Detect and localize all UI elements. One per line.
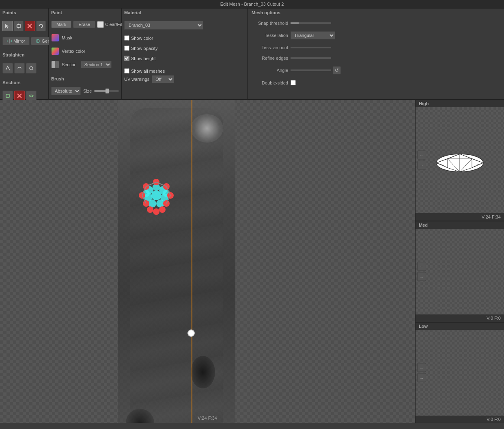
snap-threshold-label: Snap threshold (252, 21, 288, 26)
canvas-stats: V:24 F:34 (198, 416, 217, 420)
move-tool-btn[interactable] (14, 21, 24, 31)
angle-reset-btn[interactable]: ↺ (333, 66, 341, 74)
double-sided-checkbox[interactable] (291, 80, 296, 85)
select-tool-btn[interactable] (2, 21, 13, 31)
brush-label: Brush (51, 76, 119, 81)
show-all-meshes-label: Show all meshes (131, 69, 165, 74)
show-all-meshes-checkbox[interactable] (124, 68, 129, 74)
tess-amount-slider[interactable] (291, 47, 331, 48)
handle-dot[interactable] (187, 329, 195, 337)
svg-marker-11 (10, 40, 12, 42)
lod-low-stats: V:0 F:0 (416, 416, 504, 423)
section-icon (52, 61, 59, 68)
lod-low-next-btn[interactable]: → (417, 373, 426, 382)
material-label: Material (124, 10, 245, 15)
angle-slider[interactable] (291, 69, 331, 71)
svg-rect-1 (17, 24, 20, 28)
lod-med-stats: V:0 F:0 (416, 314, 504, 322)
mesh-sphere (134, 173, 179, 218)
svg-point-14 (30, 67, 33, 70)
show-height-label: Show height (131, 56, 156, 61)
lod-high-label: High (416, 100, 504, 107)
erase-btn[interactable]: Erase (73, 21, 95, 28)
vertex-color-icon (52, 48, 59, 55)
straighten-label: Straighten (2, 52, 46, 57)
refine-edges-slider[interactable] (291, 57, 331, 59)
brush-type-select[interactable]: Absolute Relative (51, 87, 81, 95)
mirror-btn[interactable]: Mirror (2, 37, 30, 45)
paint-label: Paint (51, 10, 119, 15)
show-opacity-checkbox[interactable] (124, 46, 129, 51)
mark-btn[interactable]: Mark (51, 21, 71, 28)
lod-low-preview[interactable]: ← → (416, 330, 504, 416)
clear-fill-btn[interactable]: ⬜ Clear/Fill (97, 21, 123, 28)
svg-point-36 (159, 206, 166, 213)
title-bar: Edit Mesh - Branch_03 Cutout 2 (0, 0, 504, 9)
lod-high-preview[interactable]: ← → (416, 107, 504, 213)
lod-med-label: Med (416, 221, 504, 229)
svg-point-35 (147, 206, 153, 213)
svg-point-37 (153, 208, 159, 215)
lod-med-nav: ← → (417, 262, 426, 281)
lod-med-section: Med ← → V:0 F:0 (416, 221, 504, 323)
mesh-preview-svg (431, 146, 488, 174)
svg-marker-10 (7, 40, 9, 42)
section-label: Section (62, 62, 77, 67)
points-label: Points (2, 10, 46, 15)
refine-edges-label: Refine edges (252, 56, 288, 61)
lod-med-preview[interactable]: ← → (416, 229, 504, 314)
delete-tool-btn[interactable] (25, 21, 35, 31)
svg-marker-0 (5, 24, 9, 28)
lod-med-prev-btn[interactable]: ← (417, 262, 426, 271)
tessellation-label: Tessellation (252, 33, 288, 38)
show-color-checkbox[interactable] (124, 35, 129, 41)
section-dropdown[interactable]: Section 1 Section 2 (81, 61, 112, 68)
material-dropdown[interactable]: Branch_03 (124, 21, 203, 30)
show-color-label: Show color (131, 36, 153, 41)
size-slider[interactable] (94, 90, 119, 92)
lod-low-prev-btn[interactable]: ← (417, 363, 426, 372)
double-sided-label: Double-sided (252, 80, 288, 85)
svg-rect-15 (6, 94, 9, 98)
window-title: Edit Mesh - Branch_03 Cutout 2 (220, 2, 284, 6)
snap-threshold-slider[interactable] (291, 22, 331, 24)
lod-high-prev-btn[interactable]: ← (417, 151, 426, 160)
lod-high-section: High ← → (416, 100, 504, 221)
angle-label: Angle (252, 68, 288, 73)
undo-btn[interactable] (36, 21, 46, 31)
show-opacity-label: Show opacity (131, 46, 157, 51)
lod-high-nav: ← → (417, 151, 426, 170)
lod-low-nav: ← → (417, 363, 426, 382)
size-label: Size (83, 89, 92, 93)
canvas-area[interactable]: V:24 F:34 (0, 100, 415, 423)
straighten2-btn[interactable] (14, 63, 25, 74)
show-height-checkbox[interactable] (124, 56, 129, 61)
right-panel: High ← → (415, 100, 504, 423)
uv-warnings-label: UV warnings (124, 77, 149, 82)
lod-low-section: Low ← → V:0 F:0 (416, 323, 504, 423)
lod-high-next-btn[interactable]: → (417, 161, 426, 170)
tessellation-select[interactable]: Triangular Quad (291, 31, 335, 39)
anchors-label: Anchors (2, 80, 46, 85)
vertical-line (192, 100, 192, 423)
straighten3-btn[interactable] (26, 63, 37, 74)
lod-low-label: Low (416, 323, 504, 330)
tess-amount-label: Tess. amount (252, 45, 288, 50)
lod-med-next-btn[interactable]: → (417, 272, 426, 281)
mask-label: Mask (62, 35, 72, 40)
straighten1-btn[interactable] (2, 63, 13, 74)
mask-icon (52, 34, 59, 41)
vertex-color-label: Vertex color (62, 49, 85, 54)
mesh-options-label: Mesh options (252, 10, 502, 15)
lod-high-stats: V:24 F:34 (416, 213, 504, 221)
uv-warnings-select[interactable]: Off On (152, 75, 174, 83)
